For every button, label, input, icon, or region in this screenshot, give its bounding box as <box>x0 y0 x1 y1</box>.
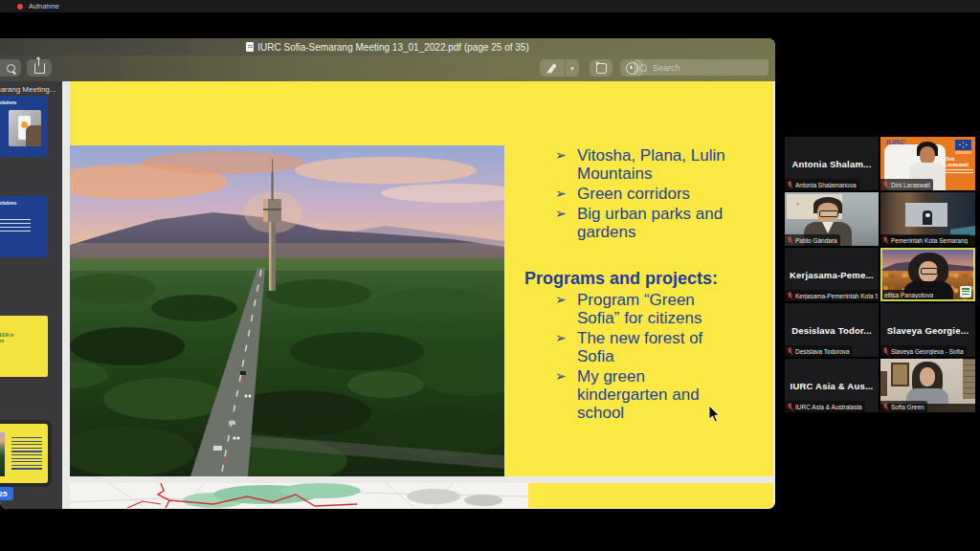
muted-mic-icon <box>787 181 793 189</box>
iurc-logo: IURC <box>886 138 905 146</box>
background-subtext <box>945 169 973 174</box>
muted-mic-icon <box>882 181 889 189</box>
page-thumbnail[interactable]: ation - Solutions <box>0 196 48 257</box>
pdf-preview-window: IURC Sofia-Semarang Meeting 13_01_2022.p… <box>0 38 775 509</box>
next-page-yellow-block <box>528 483 773 508</box>
thumbnail-text-lines <box>0 219 31 234</box>
sidebar-document-name: marang Meeting... <box>0 85 56 94</box>
thumbnail-photo <box>0 432 5 476</box>
window-titlebar[interactable]: IURC Sofia-Semarang Meeting 13_01_2022.p… <box>0 38 775 55</box>
menubar: Aufnahme <box>0 0 980 12</box>
muted-mic-icon <box>787 292 793 300</box>
pen-icon <box>547 63 557 74</box>
recording-label: Aufnahme <box>29 3 59 10</box>
muted-mic-icon <box>787 403 793 411</box>
slide-heading: Programs and projects: <box>524 269 718 289</box>
muted-mic-icon <box>882 347 889 356</box>
participant-tile-dini[interactable]: IURC Dini Laraswati Dini Laraswati <box>880 137 975 190</box>
zoom-button[interactable] <box>0 59 21 77</box>
markup-pen-button[interactable] <box>540 59 565 77</box>
next-page-map-thumbnail <box>70 483 528 508</box>
magnifier-icon <box>7 64 15 73</box>
next-page-preview <box>70 483 773 508</box>
bullet-item: Vitosha, Plana, Lulin Mountains <box>555 146 732 183</box>
pen-style-dropdown[interactable]: ▾ <box>566 59 579 77</box>
slide-bullet-list-bottom: Program “Green Sofia” for citizens The n… <box>555 291 732 424</box>
bullet-item: Big urban parks and gardens <box>555 205 732 241</box>
participant-tile-sofia-green[interactable]: Sofia Green <box>880 359 975 412</box>
participant-grid: Antonia Shalam... Antonia Shalamanova IU… <box>785 137 975 414</box>
bullet-item: Green corridors <box>555 185 732 203</box>
participant-tile-antonia[interactable]: Antonia Shalam... Antonia Shalamanova <box>785 137 879 190</box>
thumbnail-photo <box>9 110 41 146</box>
participant-tile-elitsa-active-speaker[interactable]: elitsa Panayotova <box>880 248 975 301</box>
participant-label: Pemerintah Kota Semarang <box>880 234 970 246</box>
participant-tile-desislava[interactable]: Desislava Todor... Desislava Todorova <box>785 303 879 357</box>
slide-bullet-list-top: Vitosha, Plana, Lulin Mountains Green co… <box>555 146 732 243</box>
share-icon <box>34 63 45 74</box>
window-title: IURC Sofia-Semarang Meeting 13_01_2022.p… <box>257 42 529 53</box>
green-sofia-logo <box>960 286 971 298</box>
slide-page-25: Vitosha, Plana, Lulin Mountains Green co… <box>70 81 773 476</box>
search-field[interactable] <box>634 59 768 76</box>
thumbnail-sidebar[interactable]: marang Meeting... ation - Solutions atio… <box>0 81 62 509</box>
rotate-button[interactable] <box>590 59 612 77</box>
background-name-text: Dini Laraswati <box>945 156 973 167</box>
page-thumbnail[interactable]: ation - Solutions <box>0 96 48 157</box>
page-thumbnail-selected[interactable] <box>0 424 48 483</box>
participant-tile-pablo[interactable]: Pablo Gándara <box>785 192 879 246</box>
window-toolbar: ▾ <box>0 55 775 82</box>
bullet-item: The new forest of Sofia <box>555 329 732 365</box>
sofia-tv-tower-photo <box>70 145 504 476</box>
participant-label: Slaveya Georgieva - Sofia <box>880 345 967 357</box>
bullet-item: Program “Green Sofia” for citizens <box>555 291 732 327</box>
mouse-cursor <box>708 406 720 423</box>
participant-label: Kerjasama-Pemerintah Kota Sem... <box>785 290 879 301</box>
muted-mic-icon <box>787 347 793 356</box>
page-thumbnail[interactable]: BAN GREEN in a - current ation <box>0 316 48 377</box>
thumbnail-text-lines <box>11 437 42 470</box>
pdf-page-view: Vitosha, Plana, Lulin Mountains Green co… <box>62 81 775 509</box>
search-input[interactable] <box>651 62 763 74</box>
participant-label: Desislava Todorova <box>785 345 853 357</box>
participant-label: Antonia Shalamanova <box>785 179 859 190</box>
chevron-down-icon: ▾ <box>570 65 574 72</box>
pdf-document-icon <box>246 42 254 52</box>
participant-label: elitsa Panayotova <box>882 290 936 299</box>
recording-indicator-icon <box>17 4 23 10</box>
share-button[interactable] <box>27 59 52 77</box>
participant-tile-semarang[interactable]: Pemerintah Kota Semarang <box>880 192 975 246</box>
page-number-badge: 25 <box>0 487 13 500</box>
bullet-item: My green kindergarten and school <box>555 367 732 422</box>
muted-mic-icon <box>882 236 889 245</box>
participant-tile-iurc-asia[interactable]: IURC Asia & Aus... IURC Asia & Australas… <box>785 359 879 412</box>
eu-flag-caption <box>955 151 971 154</box>
muted-mic-icon <box>882 403 889 411</box>
participant-label: Dini Laraswati <box>880 179 933 190</box>
search-icon <box>639 64 647 72</box>
desktop: Aufnahme IURC Sofia-Semarang Meeting 13_… <box>0 0 980 551</box>
participant-tile-kerjasama[interactable]: Kerjasama-Peme... Kerjasama-Pemerintah K… <box>785 248 879 301</box>
window-content: marang Meeting... ation - Solutions atio… <box>0 81 775 509</box>
participant-label: Pablo Gándara <box>785 234 840 246</box>
participant-label: Sofia Green <box>880 401 927 412</box>
muted-mic-icon <box>787 236 793 245</box>
rotate-icon <box>596 63 607 74</box>
participant-label: IURC Asia & Australasia <box>785 401 865 412</box>
picture-frame <box>891 363 909 386</box>
eu-flag-icon <box>955 140 971 150</box>
participant-tile-slaveya[interactable]: Slaveya Georgie... Slaveya Georgieva - S… <box>880 303 975 357</box>
